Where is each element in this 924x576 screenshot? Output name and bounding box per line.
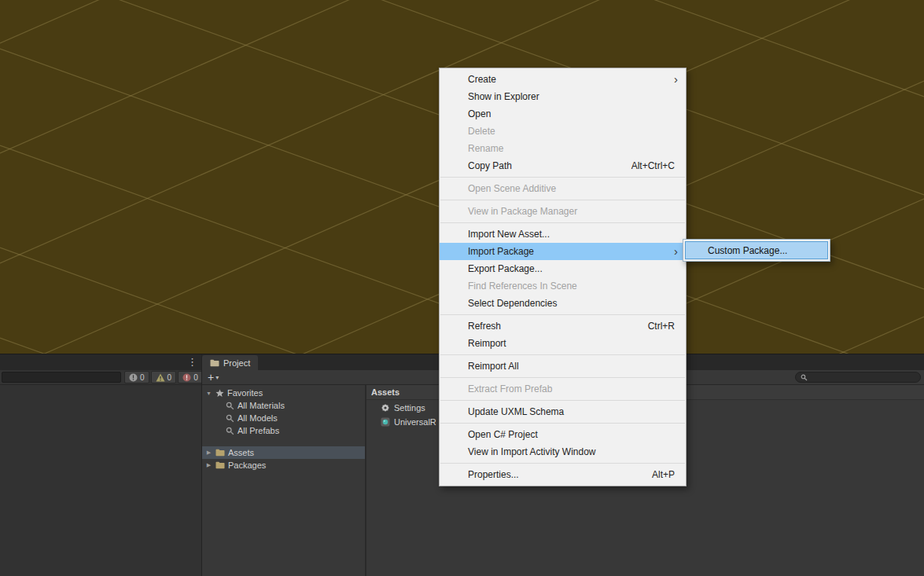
menu-separator [440,177,685,178]
unity-editor-window: ⋮ Project 0 [0,0,924,576]
menu-separator [440,200,685,200]
chevron-right-icon: ▶ [205,462,212,468]
shortcut-label: Ctrl+R [648,321,675,332]
tree-item-label: All Prefabs [237,426,279,435]
menu-separator [440,354,685,355]
menu-item-custom-package[interactable]: Custom Package... [685,241,828,259]
search-icon [226,427,234,435]
menu-item-create[interactable]: Create › [440,71,686,88]
menu-item-view-in-package-manager[interactable]: View in Package Manager [440,203,686,220]
warning-count-value: 0 [167,373,172,382]
console-toolbar-field[interactable] [2,372,121,383]
asset-item-label: Settings [394,403,425,413]
menu-item-delete[interactable]: Delete [440,123,686,140]
folder-icon [215,461,225,469]
menu-item-reimport-all[interactable]: Reimport All [440,358,686,375]
search-icon [226,402,234,410]
submenu-arrow-icon: › [674,72,678,86]
tab-project[interactable]: Project [202,355,258,370]
menu-separator [440,400,685,401]
tree-item-packages[interactable]: ▶ Packages [202,459,365,471]
error-count-value: 0 [193,373,198,382]
tree-item-all-prefabs[interactable]: All Prefabs [202,424,365,437]
menu-item-open-scene-additive[interactable]: Open Scene Additive [440,180,686,197]
render-pipeline-asset-icon [381,417,390,427]
menu-item-refresh[interactable]: Refresh Ctrl+R [440,317,686,335]
project-tree-panel: ▼ Favorites All Materials All Models [202,385,365,576]
project-search-input[interactable] [811,373,915,382]
folder-icon [215,449,225,457]
shortcut-label: Alt+P [652,469,675,480]
search-icon [226,414,234,423]
tree-item-label: All Materials [237,401,285,410]
console-count-badges: 0 0 0 [124,371,203,383]
gear-icon [381,403,390,413]
folder-icon [210,359,219,367]
menu-item-show-in-explorer[interactable]: Show in Explorer [440,88,686,105]
tree-spacer [202,437,365,446]
tree-item-all-materials[interactable]: All Materials [202,399,365,412]
menu-item-open[interactable]: Open [440,105,686,123]
menu-item-import-package[interactable]: Import Package › [440,243,686,260]
menu-separator [440,222,685,223]
assets-breadcrumb-label: Assets [371,387,399,397]
menu-item-copy-path[interactable]: Copy Path Alt+Ctrl+C [440,157,686,174]
tree-item-label: Assets [228,448,254,457]
console-panel [0,385,201,576]
menu-item-select-dependencies[interactable]: Select Dependencies [440,295,686,312]
tab-project-label: Project [223,358,250,368]
menu-item-find-references-in-scene[interactable]: Find References In Scene [440,277,686,295]
project-search-field[interactable] [795,372,921,383]
menu-item-import-new-asset[interactable]: Import New Asset... [440,226,686,243]
menu-item-rename[interactable]: Rename [440,140,686,157]
import-package-submenu: Custom Package... [683,239,830,262]
info-count-icon [129,373,138,382]
menu-item-open-csharp-project[interactable]: Open C# Project [440,426,686,443]
info-count-badge[interactable]: 0 [124,371,149,383]
tree-item-label: Packages [228,460,266,470]
submenu-arrow-icon: › [674,244,678,258]
star-icon [215,389,224,398]
info-count-value: 0 [140,373,145,382]
error-count-icon [182,373,191,382]
console-toolbar: 0 0 0 [0,370,201,385]
tree-item-all-models[interactable]: All Models [202,412,365,424]
menu-item-export-package[interactable]: Export Package... [440,260,686,277]
kebab-menu-icon[interactable]: ⋮ [187,355,197,369]
menu-item-view-in-import-activity-window[interactable]: View in Import Activity Window [440,443,686,460]
shortcut-label: Alt+Ctrl+C [631,160,675,171]
create-asset-button[interactable]: + ▾ [208,370,219,384]
menu-separator [440,314,685,315]
menu-item-extract-from-prefab[interactable]: Extract From Prefab [440,380,686,398]
tree-item-favorites[interactable]: ▼ Favorites [202,387,365,399]
menu-item-update-uxml-schema[interactable]: Update UXML Schema [440,403,686,420]
menu-item-properties[interactable]: Properties... Alt+P [440,466,686,483]
menu-separator [440,377,685,378]
search-icon [801,374,808,381]
dropdown-caret-icon: ▾ [215,374,219,381]
context-menu: Create › Show in Explorer Open Delete Re… [439,68,687,486]
menu-separator [440,463,685,464]
chevron-right-icon: ▶ [205,449,212,456]
asset-item-label: UniversalR [394,417,436,427]
tree-item-label: All Models [237,413,278,423]
warning-count-badge[interactable]: 0 [151,371,177,383]
tree-item-label: Favorites [227,388,263,398]
menu-separator [440,423,685,424]
warning-count-icon [156,373,165,382]
tree-item-assets[interactable]: ▶ Assets [202,446,365,459]
error-count-badge[interactable]: 0 [178,371,203,383]
menu-item-reimport[interactable]: Reimport [440,335,686,352]
plus-icon: + [208,371,214,383]
chevron-down-icon: ▼ [205,391,212,396]
